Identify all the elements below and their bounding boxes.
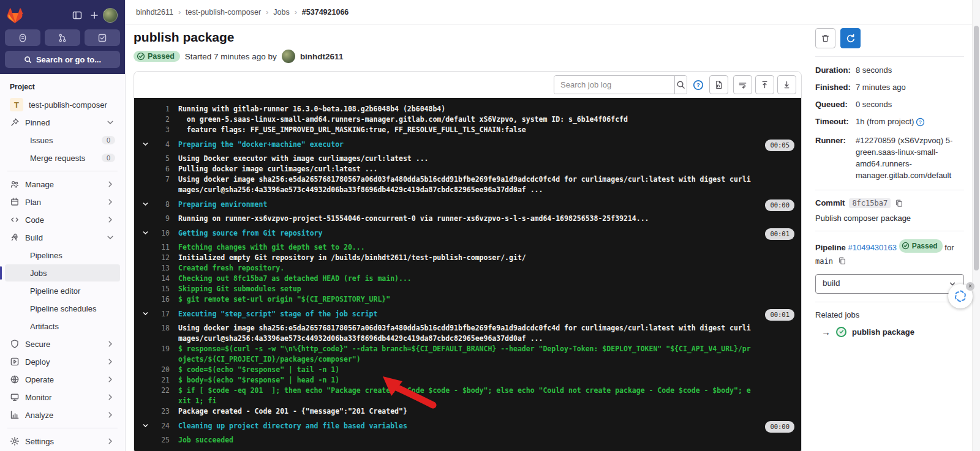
sidebar-project-item[interactable]: T test-publish-composer bbox=[5, 96, 120, 113]
sidebar-item-monitor[interactable]: Monitor bbox=[5, 389, 120, 406]
sidebar-item-pinned[interactable]: Pinned bbox=[5, 114, 120, 131]
log-line-number[interactable]: 18 bbox=[151, 323, 170, 344]
pipeline-ref[interactable]: main bbox=[815, 257, 833, 266]
sidebar-item-pipeline-schedules[interactable]: Pipeline schedules bbox=[5, 300, 120, 317]
breadcrumb-item[interactable]: test-publish-composer bbox=[186, 8, 261, 17]
log-line-number[interactable]: 10 bbox=[151, 228, 170, 239]
log-line-number[interactable]: 4 bbox=[151, 140, 170, 150]
global-search-button[interactable]: Search or go to... bbox=[5, 51, 120, 68]
todo-list-shortcut-button[interactable] bbox=[85, 29, 120, 46]
user-avatar[interactable] bbox=[103, 8, 118, 23]
sidebar-item-pipeline-editor[interactable]: Pipeline editor bbox=[5, 282, 120, 299]
scrollbar-thumb[interactable] bbox=[974, 26, 979, 270]
related-job-item[interactable]: →publish package bbox=[815, 327, 964, 337]
log-line-number[interactable]: 25 bbox=[151, 435, 170, 445]
help-icon[interactable]: ? bbox=[916, 117, 925, 130]
sidebar-divider bbox=[7, 428, 118, 428]
section-chevron-icon[interactable] bbox=[139, 199, 151, 210]
log-line-number[interactable]: 3 bbox=[151, 125, 170, 135]
sidebar-item-analyze[interactable]: Analyze bbox=[5, 406, 120, 423]
log-line-number[interactable]: 7 bbox=[151, 174, 170, 195]
log-line-number[interactable]: 2 bbox=[151, 114, 170, 125]
chevron-spacer bbox=[139, 406, 151, 417]
issues-shortcut-button[interactable] bbox=[5, 29, 40, 46]
job-detail-row: Queued:0 seconds bbox=[815, 99, 964, 111]
sidebar-item-jobs[interactable]: Jobs bbox=[5, 264, 120, 281]
log-line-number[interactable]: 1 bbox=[151, 104, 170, 114]
commit-row: Commit 8fc15ba7 bbox=[815, 198, 964, 208]
analyze-icon bbox=[10, 410, 20, 420]
erase-job-log-button[interactable] bbox=[815, 28, 835, 48]
copy-commit-sha-icon[interactable] bbox=[895, 199, 903, 207]
search-submit-button[interactable] bbox=[674, 76, 687, 94]
page-scrollbar[interactable] bbox=[972, 0, 980, 451]
secure-icon bbox=[10, 339, 20, 349]
stage-dropdown[interactable]: build bbox=[815, 274, 964, 294]
sidebar-section-label: Project bbox=[0, 80, 125, 96]
sidebar-item-secure[interactable]: Secure bbox=[5, 335, 120, 352]
log-line-number[interactable]: 21 bbox=[151, 375, 170, 386]
log-line-number[interactable]: 20 bbox=[151, 365, 170, 375]
scroll-to-top-button[interactable] bbox=[755, 75, 774, 94]
chatgpt-extension-button[interactable]: × bbox=[948, 284, 973, 308]
sidebar-item-merge-requests[interactable]: Merge requests0 bbox=[5, 149, 120, 166]
gitlab-logo-icon[interactable] bbox=[7, 7, 23, 23]
sidebar-item-code[interactable]: Code bbox=[5, 211, 120, 228]
retry-job-button[interactable] bbox=[840, 28, 861, 48]
pipeline-status-badge[interactable]: Passed bbox=[899, 239, 943, 253]
plan-icon bbox=[10, 197, 20, 207]
page-title: publish package bbox=[134, 30, 802, 45]
log-line-number[interactable]: 19 bbox=[151, 344, 170, 365]
sidebar-item-plan[interactable]: Plan bbox=[5, 193, 120, 211]
job-main-column: publish package Passed Started 7 minutes… bbox=[126, 24, 802, 451]
build-icon bbox=[10, 233, 20, 242]
section-chevron-icon[interactable] bbox=[139, 309, 151, 319]
create-new-icon[interactable] bbox=[86, 7, 103, 24]
sidebar-nav: Project T test-publish-composer PinnedIs… bbox=[0, 74, 125, 451]
sidebar-item-build[interactable]: Build bbox=[5, 229, 120, 246]
sidebar-item-operate[interactable]: Operate bbox=[5, 371, 120, 388]
wrap-lines-button[interactable] bbox=[733, 75, 752, 94]
sidebar-item-manage[interactable]: Manage bbox=[5, 176, 120, 193]
log-line-number[interactable]: 22 bbox=[151, 386, 170, 406]
breadcrumb-item[interactable]: Jobs bbox=[273, 8, 289, 17]
scroll-to-bottom-button[interactable] bbox=[777, 75, 796, 94]
commit-sha-link[interactable]: 8fc15ba7 bbox=[849, 198, 891, 208]
job-author[interactable]: binhdt2611 bbox=[300, 52, 344, 61]
log-line-number[interactable]: 8 bbox=[151, 199, 170, 210]
log-line-text: Pulling docker image curlimages/curl:lat… bbox=[178, 164, 795, 174]
log-line-number[interactable]: 23 bbox=[151, 406, 170, 417]
job-status-badge[interactable]: Passed bbox=[134, 51, 180, 62]
chevron-down-icon bbox=[105, 233, 115, 242]
log-line-number[interactable]: 9 bbox=[151, 214, 170, 224]
copy-ref-icon[interactable] bbox=[838, 256, 846, 265]
log-line-number[interactable]: 16 bbox=[151, 294, 170, 305]
log-line-number[interactable]: 24 bbox=[151, 421, 170, 431]
close-icon[interactable]: × bbox=[966, 282, 974, 291]
section-chevron-icon[interactable] bbox=[139, 421, 151, 431]
breadcrumb-item[interactable]: binhdt2611 bbox=[136, 8, 173, 17]
section-chevron-icon[interactable] bbox=[139, 228, 151, 239]
sidebar-item-artifacts[interactable]: Artifacts bbox=[5, 318, 120, 335]
show-raw-button[interactable] bbox=[709, 75, 728, 94]
log-line-number[interactable]: 15 bbox=[151, 284, 170, 294]
search-help-icon[interactable]: ? bbox=[692, 79, 704, 91]
log-line-number[interactable]: 14 bbox=[151, 274, 170, 284]
log-line-number[interactable]: 11 bbox=[151, 242, 170, 253]
pipeline-id-link[interactable]: #1049430163 bbox=[848, 242, 897, 252]
log-line-number[interactable]: 6 bbox=[151, 164, 170, 174]
merge-requests-shortcut-button[interactable] bbox=[45, 29, 80, 46]
job-log-search-input[interactable] bbox=[554, 76, 674, 94]
log-line-number[interactable]: 5 bbox=[151, 154, 170, 164]
sidebar-item-issues[interactable]: Issues0 bbox=[5, 132, 120, 149]
section-chevron-icon[interactable] bbox=[139, 140, 151, 150]
sidebar-toggle-icon[interactable] bbox=[69, 7, 86, 24]
breadcrumb-item[interactable]: #5374921066 bbox=[302, 8, 349, 17]
sidebar-item-settings[interactable]: Settings bbox=[5, 433, 120, 450]
sidebar-item-pipelines[interactable]: Pipelines bbox=[5, 247, 120, 264]
sidebar-item-deploy[interactable]: Deploy bbox=[5, 353, 120, 370]
log-line-number[interactable]: 13 bbox=[151, 263, 170, 274]
log-line-number[interactable]: 12 bbox=[151, 253, 170, 263]
author-avatar[interactable] bbox=[282, 50, 295, 63]
log-line-number[interactable]: 17 bbox=[151, 309, 170, 319]
